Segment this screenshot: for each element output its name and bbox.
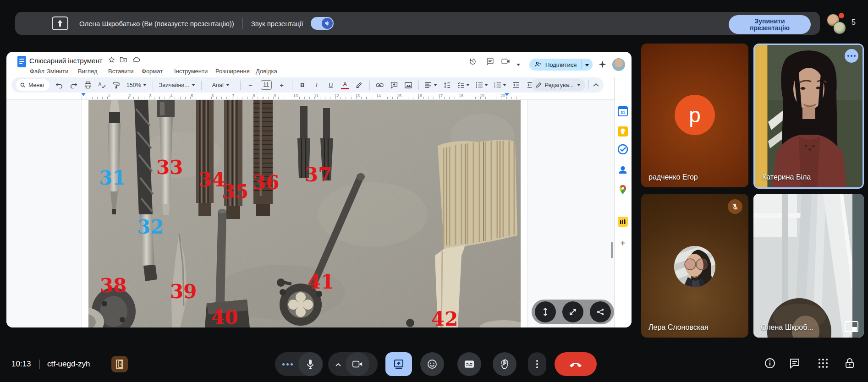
meeting-info-icon[interactable] [764,358,776,370]
account-avatar[interactable] [612,58,625,71]
text-color-button[interactable]: A [341,81,349,89]
host-controls-lock-icon[interactable] [844,358,856,370]
gemini-sparkle-icon[interactable] [599,60,606,70]
video-call-caret[interactable] [516,64,520,68]
align-select[interactable] [425,81,437,89]
share-label: Поділитися [545,61,577,68]
insert-image-icon[interactable] [404,81,412,89]
search-icon [20,82,26,88]
underline-button[interactable]: U [327,81,335,89]
zoom-select[interactable]: 150% [126,81,147,89]
add-comment-icon[interactable] [390,81,398,89]
banner-divider [242,18,243,29]
ruler: 1 2 3 4 5 6 7 8 9 10 11 12 13 14 15 16 1… [6,93,614,100]
decrease-indent-icon[interactable] [512,81,521,89]
menu-extensions[interactable]: Розширення [215,68,250,75]
font-size-value[interactable]: 11 [261,80,272,90]
meet-bottom-bar: 10:13 ctf-uegd-zyh [0,346,868,382]
scroll-mode-button[interactable] [535,301,556,322]
present-button-active[interactable] [385,352,412,376]
calendar-icon[interactable]: 31 [618,106,628,116]
star-icon[interactable] [108,56,115,65]
toolbar-search[interactable]: Меню [16,79,49,91]
mic-control [275,352,323,376]
miro-icon[interactable] [618,217,628,227]
menu-help[interactable]: Довідка [256,68,277,75]
presentation-audio-toggle[interactable] [311,17,334,30]
camera-button[interactable] [346,352,369,376]
undo-icon[interactable] [55,81,64,89]
comments-icon[interactable] [486,58,494,67]
spellcheck-icon[interactable]: A [98,81,106,89]
tile-radchenko-egor[interactable]: p радченко Егор [641,44,748,187]
mic-button[interactable] [298,352,322,376]
indent-marker-left[interactable] [81,93,86,98]
bulleted-list-select[interactable] [476,81,488,89]
keep-icon[interactable] [618,126,628,136]
version-history-icon[interactable] [469,58,477,67]
video-call-icon[interactable] [501,58,510,66]
participant-count: 5 [852,18,856,27]
raise-hand-button[interactable] [493,352,516,376]
breakout-room-icon[interactable] [111,356,128,372]
insert-link-icon[interactable] [376,81,384,89]
document-page[interactable]: 31 32 33 34 35 36 37 38 39 40 41 42 [82,100,528,327]
participant-photo-avatar [674,246,715,287]
pip-icon[interactable] [845,321,858,332]
reactions-button[interactable] [420,352,444,376]
print-icon[interactable] [84,81,92,89]
tile-kateryna-bila[interactable]: Катерина Біла [753,44,864,189]
move-folder-icon[interactable] [120,56,127,64]
document-canvas: 31 32 33 34 35 36 37 38 39 40 41 42 [6,100,614,327]
menu-format[interactable]: Формат [142,68,163,75]
bold-button[interactable]: B [298,81,307,89]
camera-options-chevron[interactable] [335,360,341,368]
mic-muted-icon [728,199,742,214]
svg-text:A: A [99,82,102,87]
cloud-status-icon[interactable] [132,56,140,64]
contacts-icon[interactable] [618,165,628,175]
mic-options-dots[interactable] [282,363,293,366]
tasks-icon[interactable] [618,144,628,154]
add-addon-icon[interactable]: + [618,238,628,248]
font-size-increase[interactable]: + [278,81,286,89]
more-options-button[interactable] [528,352,546,376]
font-select[interactable]: Arial [208,81,234,89]
chat-icon[interactable] [789,358,801,370]
activities-grid-icon[interactable] [818,358,830,370]
participant-name: Лера Слоновская [648,323,709,332]
share-content-button[interactable] [590,301,611,322]
end-call-button[interactable] [555,352,597,376]
menu-edit[interactable]: Змінити [47,68,68,75]
numbered-list-select[interactable]: 123 [494,81,506,89]
tile-olena-shkrob[interactable]: Олена Шкроб... [753,194,864,338]
line-spacing-icon[interactable] [443,81,451,89]
stop-presentation-button[interactable]: Зупинити презентацію [729,15,811,34]
paint-format-icon[interactable] [112,81,121,89]
share-caret[interactable] [585,64,589,68]
paragraph-style-select[interactable]: Звичайни... [159,81,195,89]
document-title[interactable]: Слюсарний інструмент [29,57,103,65]
menu-insert[interactable]: Вставити [108,68,134,75]
document-scrollbar[interactable] [611,242,613,258]
font-size-decrease[interactable]: − [247,81,255,89]
indent-marker-right[interactable] [505,93,509,98]
italic-button[interactable]: I [313,81,321,89]
maps-icon[interactable] [618,185,628,195]
editing-mode-select[interactable]: Редагува... [531,79,585,91]
redo-icon[interactable] [70,81,78,89]
tile-lera-slonovskaya[interactable]: Лера Слоновская [641,194,748,338]
hide-menus-chevron[interactable] [593,81,599,88]
fullscreen-button[interactable] [562,301,583,322]
participants-avatars[interactable] [827,14,849,34]
share-button[interactable]: Поділитися [529,59,593,71]
captions-button[interactable] [457,352,481,376]
label-39: 39 [170,280,197,303]
checklist-select[interactable] [457,81,470,89]
highlight-icon[interactable] [355,81,363,89]
menu-file[interactable]: Файл [30,68,44,75]
menu-tools[interactable]: Інструменти [174,68,208,75]
menu-view[interactable]: Вигляд [78,68,98,75]
label-38: 38 [100,274,126,297]
tile-options-button[interactable] [845,49,858,63]
